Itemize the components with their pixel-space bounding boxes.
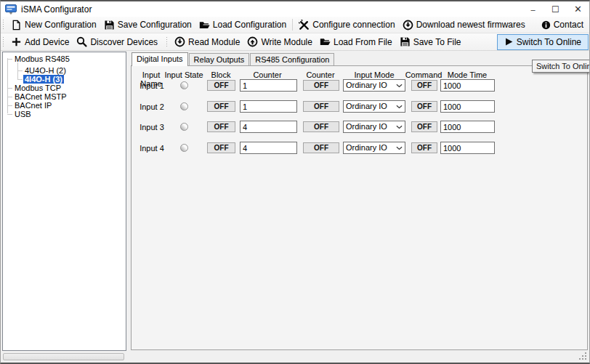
input-mode-select[interactable]: Ordinary IO (343, 121, 405, 133)
open-folder-icon (320, 36, 331, 47)
digital-inputs-page: Input Name Input State Block Input Count… (131, 65, 588, 350)
tools-icon (299, 20, 310, 31)
switch-to-online-label: Switch To Online (517, 37, 581, 47)
app-icon (5, 4, 17, 15)
configure-connection-button[interactable]: Configure connection (295, 17, 398, 32)
command-button[interactable]: OFF (411, 80, 437, 91)
search-icon (76, 36, 87, 47)
input-name-label: Input 4 (133, 141, 171, 155)
window-title: iSMA Configurator (21, 4, 92, 15)
write-module-label: Write Module (261, 37, 312, 47)
load-from-file-label: Load From File (334, 37, 392, 47)
download-firmwares-label: Download newest firmwares (416, 20, 525, 30)
switch-to-online-button[interactable]: Switch To Online (497, 34, 589, 50)
input-state-led (180, 123, 188, 131)
load-configuration-label: Load Configuration (213, 20, 286, 30)
counter-reset-button[interactable]: OFF (303, 101, 339, 112)
contact-label: Contact (554, 20, 583, 30)
save-icon (400, 36, 411, 47)
module-tab-control: Digital Inputs Relay Outputs RS485 Confi… (131, 52, 588, 350)
counter-input[interactable] (240, 100, 297, 113)
download-firmwares-button[interactable]: Download newest firmwares (399, 17, 529, 32)
switch-to-online-tooltip: Switch To Online (532, 60, 590, 73)
save-to-file-label: Save To File (413, 37, 461, 47)
window-controls: – ☐ ✕ (522, 1, 589, 17)
write-module-button[interactable]: Write Module (243, 35, 315, 49)
tree-item-modbus-rs485[interactable]: Modbus RS485 (3, 54, 126, 63)
main-area: Modbus RS485 4U4O-H (2) 4I4O-H (3) Modbu… (1, 51, 589, 352)
mode-time-input[interactable] (440, 142, 495, 154)
input-name-label: Input 2 (133, 100, 171, 114)
chevron-down-icon (396, 84, 403, 88)
title-bar: iSMA Configurator – ☐ ✕ (1, 1, 589, 17)
counter-input[interactable] (240, 79, 297, 92)
play-icon (504, 37, 514, 46)
close-button[interactable]: ✕ (567, 1, 589, 17)
save-to-file-button[interactable]: Save To File (396, 35, 465, 49)
input-row-2: Input 2 OFF OFF Ordinary IO OFF (132, 100, 587, 114)
tab-relay-outputs[interactable]: Relay Outputs (189, 53, 250, 65)
status-progress-bar (3, 353, 124, 360)
open-folder-icon (199, 20, 210, 31)
input-mode-select[interactable]: Ordinary IO (343, 100, 405, 113)
block-input-toggle-button[interactable]: OFF (207, 142, 235, 153)
main-toolbar: New Configuration Save Configuration Loa… (1, 17, 589, 33)
input-row-1: Input 1 OFF OFF Ordinary IO OFF (132, 78, 587, 93)
save-icon (104, 20, 115, 31)
toolbar-separator (292, 19, 293, 31)
resize-grip[interactable] (579, 352, 581, 354)
read-module-label: Read Module (188, 37, 240, 47)
input-mode-select[interactable]: Ordinary IO (343, 79, 405, 92)
mode-time-input[interactable] (440, 79, 495, 92)
block-input-toggle-button[interactable]: OFF (207, 121, 235, 132)
toolbar-grip[interactable] (2, 36, 4, 48)
toolbar-grip[interactable] (2, 19, 4, 31)
counter-reset-button[interactable]: OFF (303, 142, 339, 153)
discover-devices-button[interactable]: Discover Devices (73, 35, 161, 49)
input-row-3: Input 3 OFF OFF Ordinary IO OFF (132, 120, 587, 134)
command-button[interactable]: OFF (411, 121, 437, 132)
block-input-toggle-button[interactable]: OFF (207, 80, 235, 91)
toolbar-grip[interactable] (166, 36, 168, 48)
command-button[interactable]: OFF (411, 142, 437, 153)
upload-circle-icon (247, 36, 258, 47)
save-configuration-label: Save Configuration (118, 20, 192, 30)
minimize-button[interactable]: – (522, 1, 544, 17)
tab-digital-inputs[interactable]: Digital Inputs (132, 52, 188, 66)
counter-reset-button[interactable]: OFF (303, 121, 339, 132)
download-circle-icon (403, 20, 413, 31)
counter-input[interactable] (240, 121, 297, 133)
block-input-toggle-button[interactable]: OFF (207, 101, 235, 112)
maximize-button[interactable]: ☐ (544, 1, 567, 17)
input-state-led (180, 81, 188, 89)
input-state-led (180, 102, 188, 110)
configure-connection-label: Configure connection (312, 20, 395, 30)
new-configuration-label: New Configuration (25, 20, 97, 30)
load-configuration-button[interactable]: Load Configuration (195, 17, 290, 32)
status-bar (1, 352, 589, 362)
chevron-down-icon (396, 146, 403, 150)
device-tree-panel: Modbus RS485 4U4O-H (2) 4I4O-H (3) Modbu… (2, 52, 126, 351)
counter-reset-button[interactable]: OFF (303, 80, 339, 91)
new-document-icon (11, 20, 22, 31)
input-name-label: Input 1 (133, 78, 171, 93)
save-configuration-button[interactable]: Save Configuration (100, 17, 195, 32)
counter-input[interactable] (240, 142, 297, 154)
download-circle-icon (174, 36, 185, 47)
chevron-down-icon (396, 105, 403, 109)
read-module-button[interactable]: Read Module (171, 35, 243, 49)
discover-devices-label: Discover Devices (90, 37, 158, 47)
contact-button[interactable]: Contact (538, 17, 587, 32)
add-device-button[interactable]: Add Device (7, 35, 73, 49)
device-toolbar: Add Device Discover Devices Read Module … (1, 33, 589, 51)
mode-time-input[interactable] (440, 100, 495, 113)
tree-item-usb[interactable]: USB (3, 109, 126, 118)
load-from-file-button[interactable]: Load From File (316, 35, 396, 49)
info-circle-icon (541, 20, 551, 30)
input-mode-select[interactable]: Ordinary IO (343, 142, 405, 154)
tab-rs485-configuration[interactable]: RS485 Configuration (250, 53, 334, 65)
command-button[interactable]: OFF (411, 101, 437, 112)
new-configuration-button[interactable]: New Configuration (7, 17, 100, 32)
mode-time-input[interactable] (440, 121, 495, 133)
plus-icon (11, 36, 22, 47)
